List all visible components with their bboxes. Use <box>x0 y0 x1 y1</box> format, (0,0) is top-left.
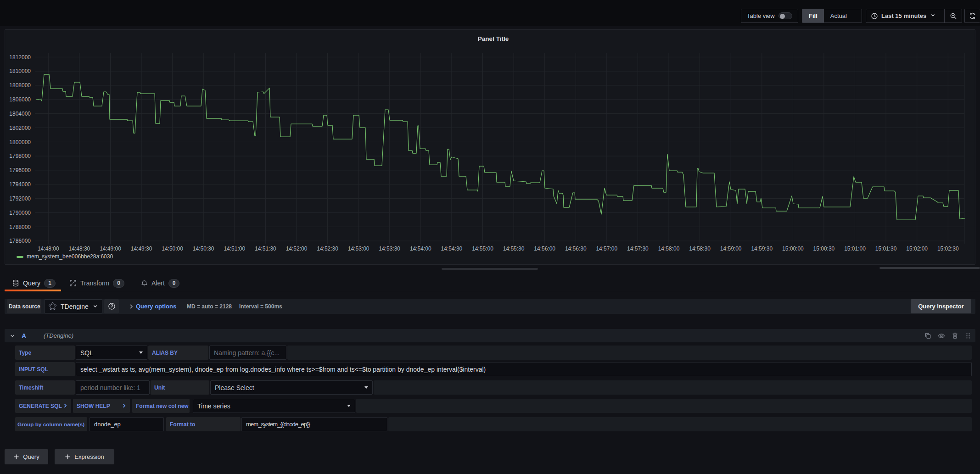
svg-text:14:54:00: 14:54:00 <box>410 245 431 252</box>
svg-text:1792000: 1792000 <box>9 195 31 202</box>
svg-text:1812000: 1812000 <box>9 54 31 61</box>
svg-text:14:55:00: 14:55:00 <box>472 245 493 252</box>
svg-text:14:56:00: 14:56:00 <box>534 245 555 252</box>
svg-text:14:53:30: 14:53:30 <box>379 245 400 252</box>
svg-text:15:01:30: 15:01:30 <box>875 245 897 252</box>
svg-text:14:51:30: 14:51:30 <box>255 245 276 252</box>
svg-text:14:49:30: 14:49:30 <box>131 245 152 252</box>
svg-text:1796000: 1796000 <box>9 167 31 173</box>
svg-text:1800000: 1800000 <box>9 139 31 145</box>
svg-text:14:57:30: 14:57:30 <box>627 245 649 252</box>
svg-text:14:50:30: 14:50:30 <box>193 245 214 252</box>
svg-text:14:49:00: 14:49:00 <box>100 245 121 252</box>
svg-text:14:48:30: 14:48:30 <box>69 245 90 252</box>
svg-text:14:59:00: 14:59:00 <box>720 245 742 252</box>
svg-text:1810000: 1810000 <box>9 68 31 74</box>
svg-text:1788000: 1788000 <box>9 224 31 230</box>
svg-text:1806000: 1806000 <box>9 96 31 103</box>
svg-text:14:52:00: 14:52:00 <box>286 245 308 252</box>
svg-text:14:53:00: 14:53:00 <box>348 245 370 252</box>
svg-text:1802000: 1802000 <box>9 125 31 131</box>
svg-text:14:58:00: 14:58:00 <box>658 245 680 252</box>
svg-text:1808000: 1808000 <box>9 82 31 89</box>
svg-text:14:51:00: 14:51:00 <box>224 245 245 252</box>
svg-text:14:59:30: 14:59:30 <box>751 245 773 252</box>
svg-text:14:52:30: 14:52:30 <box>317 245 338 252</box>
svg-text:mem_system_bee006bbe28a:6030: mem_system_bee006bbe28a:6030 <box>27 253 113 260</box>
svg-text:15:02:00: 15:02:00 <box>906 245 928 252</box>
svg-text:1790000: 1790000 <box>9 210 31 216</box>
svg-text:14:58:30: 14:58:30 <box>689 245 711 252</box>
svg-text:14:48:00: 14:48:00 <box>38 245 59 252</box>
svg-text:15:00:00: 15:00:00 <box>782 245 804 252</box>
svg-text:15:00:30: 15:00:30 <box>813 245 835 252</box>
svg-text:14:56:30: 14:56:30 <box>565 245 587 252</box>
svg-text:14:55:30: 14:55:30 <box>503 245 525 252</box>
svg-text:1804000: 1804000 <box>9 111 31 117</box>
svg-text:14:54:30: 14:54:30 <box>441 245 463 252</box>
svg-text:15:01:00: 15:01:00 <box>844 245 866 252</box>
svg-text:15:02:30: 15:02:30 <box>937 245 959 252</box>
svg-text:1786000: 1786000 <box>9 238 31 244</box>
svg-text:14:57:00: 14:57:00 <box>596 245 617 252</box>
svg-text:14:50:00: 14:50:00 <box>162 245 183 252</box>
svg-text:1798000: 1798000 <box>9 153 31 159</box>
svg-text:1794000: 1794000 <box>9 181 31 188</box>
